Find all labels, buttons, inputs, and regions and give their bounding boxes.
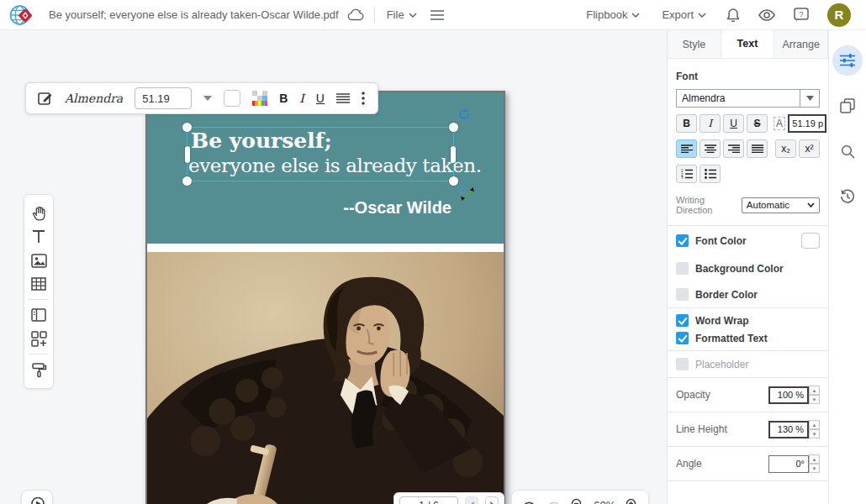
app-window: Be yourself; everyone else is already ta… xyxy=(0,0,866,504)
angle-label: Angle xyxy=(676,458,702,470)
more-options-icon[interactable] xyxy=(362,92,365,105)
italic-button[interactable]: I xyxy=(700,114,721,133)
oscar-wilde-photo[interactable] xyxy=(147,252,504,504)
subscript-button[interactable]: x₂ xyxy=(775,139,796,158)
color-picker-icon[interactable] xyxy=(252,91,267,106)
font-size-icon: A xyxy=(774,117,785,130)
writing-direction-select[interactable]: Automatic xyxy=(742,197,820,213)
zoom-out-icon[interactable] xyxy=(571,498,584,504)
export-menu[interactable]: Export xyxy=(660,5,708,24)
word-wrap-checkbox[interactable] xyxy=(676,314,689,327)
opacity-spinner[interactable]: ▲▼ xyxy=(809,386,820,404)
select-chevron-icon xyxy=(807,202,815,207)
bold-button[interactable]: B xyxy=(279,92,288,105)
attribution-text[interactable]: --Oscar Wilde xyxy=(343,198,451,218)
hamburger-menu-icon[interactable] xyxy=(430,10,444,20)
user-avatar[interactable]: R xyxy=(827,3,851,27)
justify-icon[interactable] xyxy=(336,93,350,103)
format-painter-tool-button[interactable] xyxy=(27,358,50,381)
widgets-tool-button[interactable] xyxy=(27,327,50,350)
angle-input[interactable] xyxy=(768,455,809,473)
superscript-button[interactable]: x² xyxy=(799,139,820,158)
rotate-handle-icon[interactable] xyxy=(457,108,471,121)
border-color-checkbox[interactable] xyxy=(676,288,689,301)
opacity-input[interactable] xyxy=(768,386,809,404)
placeholder-checkbox[interactable] xyxy=(676,358,689,370)
current-font-label[interactable]: Almendra xyxy=(65,92,123,105)
align-right-button[interactable] xyxy=(723,139,744,158)
resize-handle-e[interactable] xyxy=(451,146,456,163)
underline-button[interactable]: U xyxy=(316,92,325,105)
italic-button[interactable]: I xyxy=(299,92,304,105)
justify-icon xyxy=(752,144,763,154)
font-size-dropdown-icon[interactable] xyxy=(203,96,212,101)
text-tool-button[interactable] xyxy=(27,225,50,249)
cloud-sync-icon[interactable] xyxy=(347,8,364,22)
properties-panel: Style Text Arrange Font Almendra B I U S… xyxy=(667,30,828,504)
list-row: 123 xyxy=(676,165,820,183)
line-height-spinner[interactable]: ▲▼ xyxy=(809,420,820,438)
text-selection-box[interactable] xyxy=(187,127,454,181)
strikethrough-button[interactable]: S xyxy=(747,114,768,133)
undo-icon[interactable] xyxy=(521,499,536,504)
svg-text:3: 3 xyxy=(681,176,684,180)
quote-header-block[interactable]: Be yourself; everyone else is already ta… xyxy=(147,92,504,244)
resize-handle-w[interactable] xyxy=(185,146,190,163)
preview-button[interactable] xyxy=(21,490,53,504)
align-center-icon xyxy=(705,144,716,154)
previous-page-button[interactable] xyxy=(465,496,478,504)
font-size-input[interactable] xyxy=(135,87,192,109)
pdf-page[interactable]: Be yourself; everyone else is already ta… xyxy=(145,91,505,504)
help-icon[interactable]: ? xyxy=(794,8,809,22)
resize-handle-sw[interactable] xyxy=(182,176,192,186)
font-family-select[interactable]: Almendra xyxy=(676,89,800,108)
formatted-text-checkbox[interactable] xyxy=(676,332,689,344)
background-color-checkbox[interactable] xyxy=(676,262,689,275)
panel-font-size-input[interactable] xyxy=(788,114,826,133)
search-rail-button[interactable] xyxy=(832,136,863,166)
edit-icon[interactable] xyxy=(38,91,53,106)
numbered-list-button[interactable]: 123 xyxy=(676,165,697,183)
pages-rail-button[interactable] xyxy=(832,91,863,121)
font-family-dropdown-button[interactable] xyxy=(800,89,820,108)
properties-rail-button[interactable] xyxy=(832,45,863,76)
zoom-in-icon[interactable] xyxy=(626,498,639,504)
tab-style[interactable]: Style xyxy=(668,30,721,58)
next-page-button[interactable] xyxy=(485,496,499,504)
chevron-down-icon xyxy=(409,13,417,18)
page-number-input[interactable] xyxy=(399,496,458,504)
file-menu[interactable]: File xyxy=(385,5,419,24)
preview-eye-icon[interactable] xyxy=(758,9,775,21)
tab-arrange[interactable]: Arrange xyxy=(774,30,828,58)
resize-handle-nw[interactable] xyxy=(182,123,192,132)
tab-text[interactable]: Text xyxy=(721,30,775,58)
line-height-input[interactable] xyxy=(768,421,809,438)
resize-handle-ne[interactable] xyxy=(449,123,458,132)
font-color-swatch[interactable] xyxy=(801,233,820,249)
image-tool-button[interactable] xyxy=(27,249,50,272)
bullet-list-button[interactable] xyxy=(700,165,721,183)
opacity-label: Opacity xyxy=(676,389,710,401)
bold-button[interactable]: B xyxy=(676,114,697,133)
page-panel-tool-button[interactable] xyxy=(27,303,50,327)
underline-button[interactable]: U xyxy=(723,114,744,133)
opacity-row: Opacity ▲▼ xyxy=(676,378,820,412)
hand-tool-button[interactable] xyxy=(27,202,50,225)
chevron-down-icon xyxy=(698,13,706,18)
redo-icon[interactable] xyxy=(547,499,562,504)
history-rail-button[interactable] xyxy=(832,181,863,212)
notifications-bell-icon[interactable] xyxy=(726,8,740,23)
angle-spinner[interactable]: ▲▼ xyxy=(809,454,820,473)
editor-canvas[interactable]: Be yourself; everyone else is already ta… xyxy=(0,30,667,504)
justify-button[interactable] xyxy=(747,139,768,158)
flipbook-menu[interactable]: Flipbook xyxy=(584,5,642,24)
bullet-list-icon xyxy=(705,169,716,179)
align-center-button[interactable] xyxy=(700,139,721,158)
fill-color-swatch[interactable] xyxy=(224,90,240,107)
table-tool-button[interactable] xyxy=(27,272,50,296)
align-left-button[interactable] xyxy=(676,139,697,158)
word-wrap-label: Word Wrap xyxy=(695,315,749,327)
resize-handle-se[interactable] xyxy=(449,176,458,186)
font-color-checkbox[interactable] xyxy=(676,234,689,247)
hand-icon xyxy=(31,205,47,222)
